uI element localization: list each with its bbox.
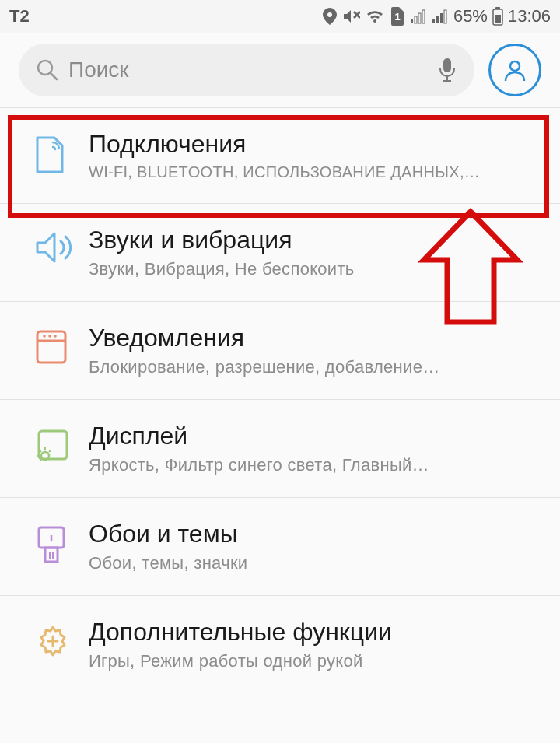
item-subtitle: Игры, Режим работы одной рукой [89,651,541,671]
wifi-icon [365,9,385,24]
item-title: Подключения [89,130,541,159]
svg-line-28 [49,450,51,452]
battery-percent: 65% [453,6,488,26]
sound-icon [19,226,89,265]
svg-rect-31 [45,548,58,562]
item-display[interactable]: Дисплей Яркость, Фильтр синего света, Гл… [0,400,560,498]
advanced-icon [19,618,89,660]
svg-point-20 [43,335,46,338]
svg-line-27 [40,450,41,452]
item-subtitle: WI-FI, BLUETOOTH, Использование данных,… [89,163,541,181]
settings-list: Подключения WI-FI, BLUETOOTH, Использова… [0,108,560,693]
item-themes[interactable]: Обои и темы Обои, темы, значки [0,498,560,596]
location-icon [323,8,337,25]
svg-rect-14 [443,58,451,72]
status-bar: T2 1 65% 13:06 [0,0,560,33]
search-box[interactable] [19,44,474,96]
search-row [0,33,560,107]
svg-line-29 [40,460,41,461]
mic-icon[interactable] [437,57,457,83]
item-subtitle: Обои, темы, значки [89,553,541,573]
svg-line-13 [51,73,57,79]
svg-rect-10 [495,15,501,23]
svg-text:1: 1 [394,11,400,23]
mute-icon [341,8,360,25]
display-icon [19,422,89,464]
svg-rect-11 [495,7,500,9]
search-icon [36,58,59,82]
item-title: Дисплей [89,422,541,450]
item-connections[interactable]: Подключения WI-FI, BLUETOOTH, Использова… [0,108,560,204]
item-notifications[interactable]: Уведомления Блокирование, разрешение, до… [0,302,560,400]
signal-1-icon [410,9,427,24]
item-title: Дополнительные функции [89,618,541,647]
svg-rect-3 [418,13,421,23]
clock: 13:06 [508,6,551,26]
item-title: Звуки и вибрация [89,226,541,254]
profile-icon [501,56,529,84]
svg-rect-2 [415,16,417,23]
item-title: Уведомления [89,324,541,352]
connections-icon [19,130,89,175]
svg-rect-7 [440,13,443,23]
svg-rect-4 [422,10,425,23]
item-title: Обои и темы [89,520,541,548]
svg-rect-6 [436,16,439,23]
status-icons: 1 65% 13:06 [323,6,551,26]
battery-icon [492,7,503,26]
svg-rect-5 [432,19,435,23]
svg-rect-18 [37,331,65,363]
svg-rect-1 [411,19,413,23]
notifications-icon [19,324,89,366]
search-input[interactable] [68,58,437,82]
profile-button[interactable] [488,44,541,96]
item-subtitle: Звуки, Вибрация, Не беспокоить [89,259,541,279]
signal-2-icon [432,9,449,24]
svg-rect-8 [444,10,446,23]
svg-point-22 [54,335,57,338]
carrier-label: T2 [9,6,30,26]
item-subtitle: Яркость, Фильтр синего света, Главный… [89,455,541,475]
svg-rect-23 [39,431,67,459]
item-advanced[interactable]: Дополнительные функции Игры, Режим работ… [0,596,560,693]
item-sounds[interactable]: Звуки и вибрация Звуки, Вибрация, Не бес… [0,204,560,302]
svg-point-17 [510,61,520,71]
item-subtitle: Блокирование, разрешение, добавление… [89,357,541,377]
svg-point-21 [48,335,51,338]
themes-icon [19,520,89,565]
sim-icon: 1 [390,7,405,26]
